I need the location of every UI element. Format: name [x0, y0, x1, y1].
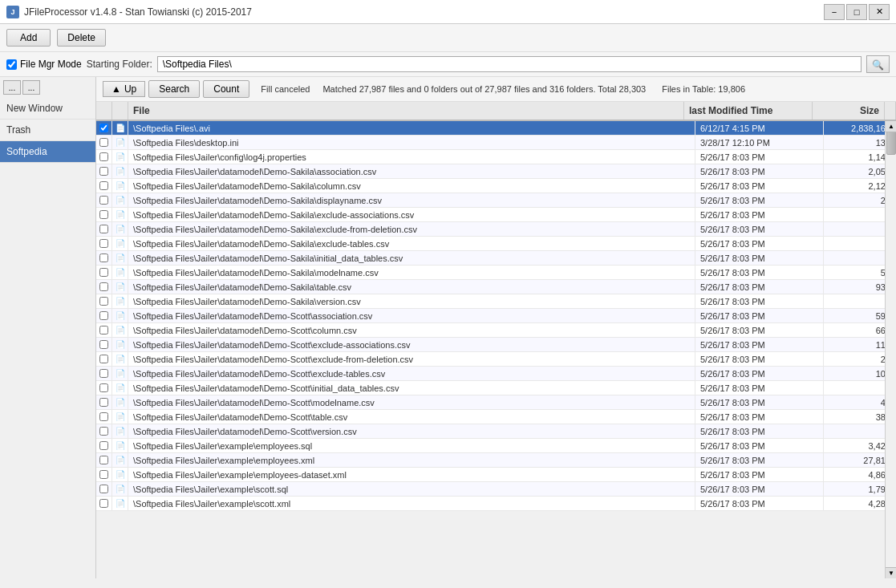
- table-row[interactable]: 📄 \Softpedia Files\.avi 6/12/17 4:15 PM …: [96, 121, 896, 136]
- count-button[interactable]: Count: [203, 80, 249, 98]
- table-row[interactable]: 📄 \Softpedia Files\Jailer\datamodel\Demo…: [96, 208, 896, 222]
- row-checkbox[interactable]: [99, 398, 108, 407]
- table-row[interactable]: 📄 \Softpedia Files\Jailer\config\log4j.p…: [96, 150, 896, 164]
- row-checkbox[interactable]: [99, 268, 108, 277]
- table-row[interactable]: 📄 \Softpedia Files\Jailer\datamodel\Demo…: [96, 338, 896, 352]
- table-row[interactable]: 📄 \Softpedia Files\Jailer\datamodel\Demo…: [96, 237, 896, 251]
- search-button[interactable]: Search: [148, 80, 200, 98]
- table-body[interactable]: 📄 \Softpedia Files\.avi 6/12/17 4:15 PM …: [96, 121, 896, 578]
- row-checkbox[interactable]: [99, 210, 108, 219]
- table-row[interactable]: 📄 \Softpedia Files\Jailer\datamodel\Demo…: [96, 424, 896, 439]
- row-checkbox-cell[interactable]: [96, 280, 112, 294]
- row-checkbox[interactable]: [99, 253, 108, 262]
- row-checkbox-cell[interactable]: [96, 468, 112, 481]
- row-checkbox[interactable]: [99, 326, 108, 335]
- table-row[interactable]: 📄 \Softpedia Files\Jailer\datamodel\Demo…: [96, 266, 896, 280]
- row-checkbox[interactable]: [99, 311, 108, 320]
- row-checkbox[interactable]: [99, 138, 108, 147]
- row-checkbox-cell[interactable]: [96, 352, 112, 366]
- row-checkbox[interactable]: [99, 297, 108, 306]
- row-checkbox-cell[interactable]: [96, 179, 112, 193]
- row-checkbox[interactable]: [99, 167, 108, 176]
- table-row[interactable]: 📄 \Softpedia Files\Jailer\datamodel\Demo…: [96, 352, 896, 367]
- row-checkbox[interactable]: [99, 441, 108, 450]
- row-checkbox[interactable]: [99, 124, 108, 132]
- row-checkbox-cell[interactable]: [96, 150, 112, 164]
- table-row[interactable]: 📄 \Softpedia Files\Jailer\datamodel\Demo…: [96, 280, 896, 294]
- row-checkbox[interactable]: [99, 369, 108, 378]
- scrollbar-up-arrow[interactable]: ▲: [886, 121, 896, 132]
- row-checkbox-cell[interactable]: [96, 439, 112, 452]
- row-checkbox[interactable]: [99, 456, 108, 464]
- sidebar-item-trash[interactable]: Trash: [0, 120, 95, 141]
- row-checkbox[interactable]: [99, 239, 108, 248]
- row-checkbox-cell[interactable]: [96, 193, 112, 207]
- row-checkbox[interactable]: [99, 282, 108, 291]
- row-checkbox[interactable]: [99, 485, 108, 493]
- row-checkbox[interactable]: [99, 196, 108, 205]
- row-checkbox-cell[interactable]: [96, 453, 112, 467]
- table-row[interactable]: 📄 \Softpedia Files\Jailer\example\scott.…: [96, 482, 896, 497]
- folder-search-button[interactable]: 🔍: [866, 55, 890, 73]
- row-checkbox-cell[interactable]: [96, 367, 112, 380]
- table-row[interactable]: 📄 \Softpedia Files\Jailer\datamodel\Demo…: [96, 367, 896, 381]
- th-file[interactable]: File: [128, 102, 684, 120]
- row-checkbox[interactable]: [99, 470, 108, 479]
- delete-button[interactable]: Delete: [57, 29, 106, 47]
- row-checkbox-cell[interactable]: [96, 251, 112, 265]
- row-checkbox[interactable]: [99, 427, 108, 436]
- table-row[interactable]: 📄 \Softpedia Files\Jailer\datamodel\Demo…: [96, 193, 896, 208]
- scrollbar-down-arrow[interactable]: ▼: [886, 567, 896, 578]
- row-checkbox-cell[interactable]: [96, 121, 112, 135]
- table-row[interactable]: 📄 \Softpedia Files\Jailer\example\employ…: [96, 468, 896, 482]
- sidebar-item-softpedia[interactable]: Softpedia: [0, 141, 95, 163]
- row-checkbox-cell[interactable]: [96, 381, 112, 395]
- row-checkbox-cell[interactable]: [96, 309, 112, 322]
- row-checkbox[interactable]: [99, 383, 108, 392]
- row-checkbox[interactable]: [99, 225, 108, 233]
- row-checkbox-cell[interactable]: [96, 424, 112, 438]
- table-row[interactable]: 📄 \Softpedia Files\Jailer\example\employ…: [96, 453, 896, 468]
- th-size[interactable]: Size: [813, 102, 885, 120]
- table-row[interactable]: 📄 \Softpedia Files\desktop.ini 3/28/17 1…: [96, 136, 896, 150]
- row-checkbox-cell[interactable]: [96, 208, 112, 221]
- row-checkbox-cell[interactable]: [96, 497, 112, 510]
- sidebar-item-new-window[interactable]: New Window: [0, 98, 95, 120]
- maximize-button[interactable]: □: [846, 4, 867, 20]
- row-checkbox[interactable]: [99, 340, 108, 349]
- row-checkbox-cell[interactable]: [96, 482, 112, 496]
- close-button[interactable]: ✕: [869, 4, 890, 20]
- folder-input[interactable]: [157, 56, 862, 72]
- row-checkbox-cell[interactable]: [96, 410, 112, 424]
- table-row[interactable]: 📄 \Softpedia Files\Jailer\datamodel\Demo…: [96, 381, 896, 395]
- row-checkbox-cell[interactable]: [96, 395, 112, 409]
- table-row[interactable]: 📄 \Softpedia Files\Jailer\datamodel\Demo…: [96, 309, 896, 323]
- file-mgr-mode-checkbox-label[interactable]: File Mgr Mode: [6, 59, 82, 70]
- file-mgr-mode-checkbox[interactable]: [6, 59, 17, 70]
- row-checkbox[interactable]: [99, 152, 108, 161]
- row-checkbox-cell[interactable]: [96, 222, 112, 236]
- add-button[interactable]: Add: [6, 29, 51, 47]
- scrollbar-track[interactable]: ▼ ▲: [885, 121, 896, 578]
- table-row[interactable]: 📄 \Softpedia Files\Jailer\datamodel\Demo…: [96, 395, 896, 410]
- sidebar-dot-button-2[interactable]: ...: [22, 80, 40, 95]
- table-row[interactable]: 📄 \Softpedia Files\Jailer\example\employ…: [96, 439, 896, 453]
- row-checkbox-cell[interactable]: [96, 294, 112, 308]
- row-checkbox[interactable]: [99, 355, 108, 363]
- minimize-button[interactable]: −: [824, 4, 845, 20]
- row-checkbox-cell[interactable]: [96, 237, 112, 250]
- table-row[interactable]: 📄 \Softpedia Files\Jailer\datamodel\Demo…: [96, 323, 896, 338]
- row-checkbox-cell[interactable]: [96, 338, 112, 351]
- row-checkbox-cell[interactable]: [96, 266, 112, 279]
- row-checkbox[interactable]: [99, 412, 108, 421]
- th-last-modified[interactable]: last Modified Time: [684, 102, 813, 120]
- table-row[interactable]: 📄 \Softpedia Files\Jailer\datamodel\Demo…: [96, 410, 896, 424]
- row-checkbox-cell[interactable]: [96, 323, 112, 337]
- row-checkbox[interactable]: [99, 499, 108, 508]
- row-checkbox-cell[interactable]: [96, 164, 112, 178]
- table-row[interactable]: 📄 \Softpedia Files\Jailer\datamodel\Demo…: [96, 222, 896, 237]
- row-checkbox-cell[interactable]: [96, 136, 112, 149]
- sidebar-dot-button-1[interactable]: ...: [3, 80, 21, 95]
- table-row[interactable]: 📄 \Softpedia Files\Jailer\datamodel\Demo…: [96, 294, 896, 309]
- table-row[interactable]: 📄 \Softpedia Files\Jailer\datamodel\Demo…: [96, 164, 896, 179]
